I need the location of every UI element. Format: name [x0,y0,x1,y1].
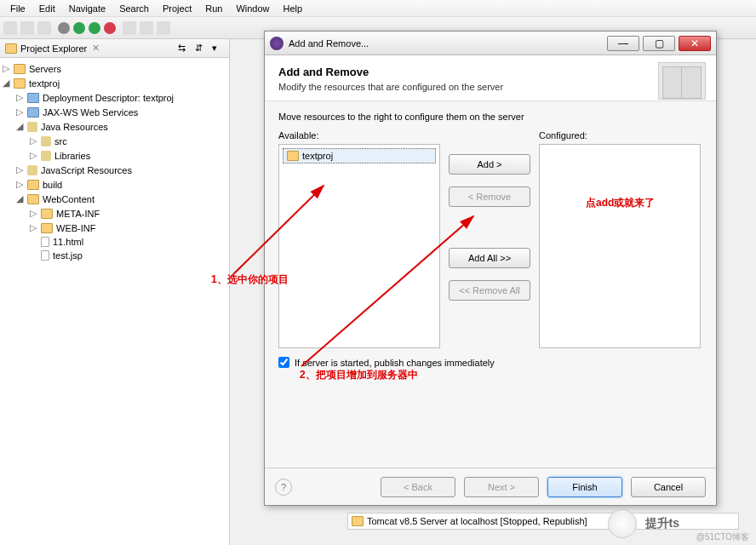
menu-window[interactable]: Window [229,2,276,15]
publish-checkbox-row[interactable]: If server is started, publish changes im… [278,357,702,368]
tree-item-label: Libraries [54,151,90,161]
project-explorer-header: Project Explorer ✕ ⇆ ⇵ ▾ [0,39,229,58]
project-explorer-view: Project Explorer ✕ ⇆ ⇵ ▾ ▷Servers◢textpr… [0,39,230,545]
view-close-icon[interactable]: ✕ [90,43,101,54]
add-button[interactable]: Add > [449,154,530,175]
close-button[interactable]: ✕ [679,36,711,51]
cancel-button[interactable]: Cancel [631,477,706,497]
expand-icon[interactable]: ▷ [29,222,37,233]
help-icon[interactable]: ? [275,479,292,496]
expand-icon[interactable]: ◢ [15,193,24,204]
transfer-buttons: Add > < Remove Add All >> << Remove All [449,130,530,348]
debug-icon[interactable] [58,22,70,34]
available-item-textproj[interactable]: textproj [283,148,436,164]
tree-item[interactable]: ▷WEB-INF [0,221,229,235]
search-icon[interactable] [140,21,153,35]
dialog-title: Add and Remove... [289,38,369,49]
tree-item[interactable]: ◢textproj [0,76,229,90]
servers-view-row[interactable]: Tomcat v8.5 Server at localhost [Stopped… [347,513,739,530]
menu-project[interactable]: Project [156,2,198,15]
tree-item[interactable]: ▷Deployment Descriptor: textproj [0,90,229,105]
file-icon [41,250,49,261]
expand-icon[interactable]: ▷ [2,63,10,74]
folder-icon [27,194,39,204]
run-last-icon[interactable] [89,22,100,34]
remove-all-button[interactable]: << Remove All [449,280,530,301]
publish-checkbox[interactable] [278,357,289,368]
remove-button[interactable]: < Remove [449,186,530,207]
expand-icon[interactable]: ◢ [15,121,24,132]
menu-search[interactable]: Search [112,2,156,15]
tree-item[interactable]: ◢WebContent [0,192,229,206]
run-icon[interactable] [73,22,85,34]
stop-icon[interactable] [104,22,116,34]
tree-item[interactable]: ▷META-INF [0,206,229,221]
open-type-icon[interactable] [157,21,170,35]
project-tree[interactable]: ▷Servers◢textproj▷Deployment Descriptor:… [0,58,229,266]
tree-item[interactable]: ▷build [0,177,229,192]
folder-icon [41,223,53,233]
menu-navigate[interactable]: Navigate [62,2,112,15]
maximize-button[interactable]: ▢ [643,36,675,51]
tree-item[interactable]: ▷src [0,134,229,148]
save-icon[interactable] [20,21,34,35]
tree-item-label: WEB-INF [56,223,95,233]
dialog-footer: ? < Back Next > Finish Cancel [265,468,716,505]
expand-icon[interactable]: ▷ [29,150,37,161]
collapse-all-icon[interactable]: ⇆ [178,43,190,54]
tree-item[interactable]: ◢Java Resources [0,119,229,134]
dialog-instruction: Move resources to the right to configure… [278,112,702,122]
configured-list[interactable] [539,144,701,348]
add-all-button[interactable]: Add All >> [449,248,530,268]
back-button[interactable]: < Back [381,477,455,497]
minimize-button[interactable]: — [607,36,639,51]
expand-icon[interactable]: ▷ [15,164,24,175]
tree-item-label: WebContent [43,194,94,204]
menu-run[interactable]: Run [198,2,229,15]
menu-file[interactable]: File [3,2,32,15]
expand-icon[interactable]: ◢ [2,77,10,89]
available-label: Available: [278,130,440,141]
expand-icon[interactable]: ▷ [15,92,24,103]
dialog-titlebar[interactable]: Add and Remove... — ▢ ✕ [265,32,716,55]
expand-icon[interactable]: ▷ [29,135,37,146]
server-status-label: Tomcat v8.5 Server at localhost [Stopped… [367,516,587,526]
finish-button[interactable]: Finish [547,477,622,497]
link-editor-icon[interactable]: ⇵ [195,43,207,54]
tree-item-label: test.jsp [53,250,83,261]
tree-item-label: JavaScript Resources [41,165,132,175]
new-icon[interactable] [3,21,17,35]
tree-item-label: JAX-WS Web Services [43,107,138,118]
dialog-header: Add and Remove Modify the resources that… [265,55,716,101]
dialog-body: Move resources to the right to configure… [265,101,716,378]
available-list[interactable]: textproj [278,144,440,348]
tree-item[interactable]: ▷JavaScript Resources [0,163,229,177]
menu-help[interactable]: Help [277,2,310,15]
publish-checkbox-label: If server is started, publish changes im… [295,358,495,368]
available-column: Available: textproj [278,130,440,348]
server-icon [352,516,364,526]
eclipse-icon [270,37,284,50]
blue-icon [27,93,39,103]
project-explorer-title: Project Explorer [20,43,87,54]
tree-item[interactable]: test.jsp [0,249,229,262]
dialog-subheading: Modify the resources that are configured… [278,82,702,92]
package-icon[interactable] [123,21,136,35]
toolbar-group-file [3,21,51,35]
tree-item[interactable]: 11.html [0,235,229,249]
next-button[interactable]: Next > [464,477,539,497]
expand-icon[interactable]: ▷ [29,208,37,219]
tree-item[interactable]: ▷JAX-WS Web Services [0,105,229,119]
add-remove-dialog: Add and Remove... — ▢ ✕ Add and Remove M… [264,31,717,506]
folder-icon [41,209,53,219]
expand-icon[interactable]: ▷ [15,179,24,190]
view-menu-icon[interactable]: ▾ [212,43,224,54]
expand-icon[interactable]: ▷ [15,106,24,118]
menu-edit[interactable]: Edit [32,2,62,15]
tree-item-label: build [43,180,62,190]
tree-item[interactable]: ▷Libraries [0,148,229,163]
folder-icon [27,180,39,190]
tree-item[interactable]: ▷Servers [0,61,229,76]
tree-item-label: Java Resources [41,122,108,132]
save-all-icon[interactable] [37,21,51,35]
